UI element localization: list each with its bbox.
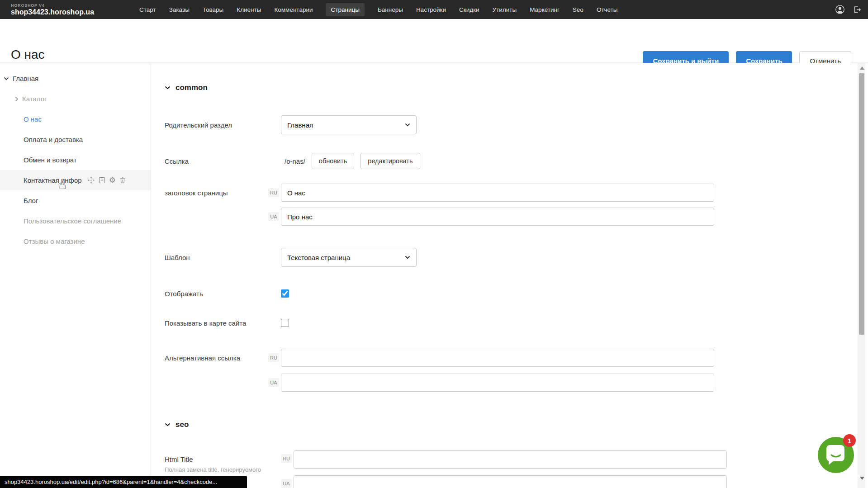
chevron-down-icon [405, 123, 410, 127]
html-title-ru-input[interactable] [294, 450, 727, 469]
html-title-hint: Полная замена title, генерируемого [165, 466, 281, 473]
tree-item-oplata[interactable]: Оплата и доставка [0, 129, 151, 150]
page-title-ua-input[interactable] [281, 208, 714, 226]
lang-badge-ua: UA [268, 212, 279, 221]
parent-section-label: Родительский раздел [165, 121, 281, 129]
page-header: О нас Сохранить и выйти Сохранить Отмени… [0, 19, 868, 62]
page-title-label: заголовок страницы [165, 189, 268, 197]
chevron-down-icon [405, 256, 410, 259]
display-checkbox[interactable] [281, 289, 289, 298]
chat-bubble-icon [825, 444, 846, 466]
section-header-seo[interactable]: seo [165, 420, 189, 429]
tree-item-kontaktnaya[interactable]: Контактная инфор ⚙ [0, 170, 151, 190]
nav-reports[interactable]: Отчеты [597, 6, 618, 13]
field-row-sitemap: Показывать в карте сайта [165, 316, 868, 330]
main-nav: Старт Заказы Товары Клиенты Комментарии … [139, 3, 618, 16]
account-icon[interactable] [835, 5, 845, 14]
pages-tree-sidebar: Главная Каталог О нас Оплата и доставка … [0, 63, 151, 488]
tree-item-otzyvy[interactable]: Отзывы о магазине [0, 231, 151, 251]
field-row-link: Ссылка /o-nas/ обновить редактировать [165, 153, 868, 169]
field-row-alt-link-ua: UA [165, 374, 868, 392]
nav-settings[interactable]: Настройки [416, 6, 446, 13]
page-edit-form: common Родительский раздел Главная Ссылк… [152, 63, 868, 488]
scrollbar-down-arrow[interactable] [860, 477, 864, 480]
logout-icon[interactable] [852, 5, 862, 14]
section-header-common[interactable]: common [165, 83, 208, 92]
tree-item-soglashenie[interactable]: Пользовательское соглашение [0, 211, 151, 231]
nav-utilities[interactable]: Утилиты [493, 6, 517, 13]
template-label: Шаблон [165, 254, 281, 261]
tree-item-katalog[interactable]: Каталог [0, 89, 151, 109]
add-icon[interactable] [98, 176, 106, 184]
nav-seo[interactable]: Seo [573, 6, 583, 13]
parent-section-select[interactable]: Главная [281, 115, 417, 134]
sitemap-checkbox[interactable] [281, 319, 289, 327]
lang-badge-ru: RU [268, 188, 279, 197]
lang-badge-ua: UA [268, 378, 279, 387]
chat-unread-badge: 1 [843, 434, 856, 447]
chevron-down-icon [165, 86, 171, 90]
nav-start[interactable]: Старт [139, 6, 156, 13]
chevron-down-icon[interactable] [4, 77, 9, 81]
page-title-ru-input[interactable] [281, 184, 714, 202]
logo-version: HOROSHOP V4 [11, 4, 94, 8]
status-url-bar: shop34423.horoshop.ua/edit/edit.php?id=6… [0, 476, 247, 488]
nav-products[interactable]: Товары [203, 6, 223, 13]
field-row-alt-link-ru: Альтернативная ссылка RU [165, 349, 868, 367]
alt-link-ua-input[interactable] [281, 374, 714, 392]
field-row-html-title-ua: UA [165, 475, 868, 488]
lang-badge-ru: RU [281, 454, 292, 463]
template-select[interactable]: Текстовая страница [281, 248, 417, 267]
top-bar: HOROSHOP V4 shop34423.horoshop.ua Старт … [0, 0, 868, 19]
logo[interactable]: HOROSHOP V4 shop34423.horoshop.ua [11, 4, 94, 16]
link-update-button[interactable]: обновить [312, 153, 354, 169]
delete-icon[interactable] [119, 176, 126, 184]
alt-link-label: Альтернативная ссылка [165, 354, 268, 362]
lang-badge-ru: RU [268, 353, 279, 362]
nav-orders[interactable]: Заказы [169, 6, 190, 13]
nav-clients[interactable]: Клиенты [237, 6, 261, 13]
nav-pages[interactable]: Страницы [326, 3, 364, 16]
html-title-ua-input[interactable] [294, 475, 727, 488]
chevron-right-icon[interactable] [15, 96, 19, 102]
link-path: /o-nas/ [285, 157, 305, 165]
link-edit-button[interactable]: редактировать [360, 153, 420, 169]
html-title-label: Html Title [165, 450, 193, 463]
alt-link-ru-input[interactable] [281, 349, 714, 367]
link-label: Ссылка [165, 157, 281, 165]
tree-item-o-nas[interactable]: О нас [0, 109, 151, 129]
scrollbar-thumb[interactable] [859, 73, 864, 335]
tree-item-glavnaya[interactable]: Главная [0, 68, 151, 89]
chevron-down-icon [165, 423, 171, 426]
logo-domain: shop34423.horoshop.ua [11, 8, 94, 16]
tree-item-obmen[interactable]: Обмен и возврат [0, 150, 151, 170]
move-icon[interactable] [87, 176, 95, 184]
nav-comments[interactable]: Комментарии [274, 6, 313, 13]
field-row-page-title-ru: заголовок страницы RU [165, 184, 868, 202]
nav-discounts[interactable]: Скидки [459, 6, 479, 13]
field-row-parent-section: Родительский раздел Главная [165, 115, 868, 134]
field-row-html-title-ru: Html Title Полная замена title, генериру… [165, 450, 868, 473]
settings-icon[interactable]: ⚙ [109, 176, 116, 184]
scrollbar-up-arrow[interactable] [860, 66, 864, 70]
chat-widget-button[interactable]: 1 [818, 437, 854, 473]
field-row-template: Шаблон Текстовая страница [165, 248, 868, 267]
display-label: Отображать [165, 290, 281, 298]
sitemap-label: Показывать в карте сайта [165, 319, 281, 327]
nav-marketing[interactable]: Маркетинг [530, 6, 560, 13]
lang-badge-ua: UA [281, 479, 292, 488]
scrollbar-track[interactable] [858, 63, 865, 488]
field-row-page-title-ua: UA [165, 208, 868, 226]
tree-item-blog[interactable]: Блог [0, 190, 151, 211]
field-row-display: Отображать [165, 287, 868, 300]
page-title: О нас [11, 47, 45, 62]
nav-banners[interactable]: Баннеры [378, 6, 403, 13]
